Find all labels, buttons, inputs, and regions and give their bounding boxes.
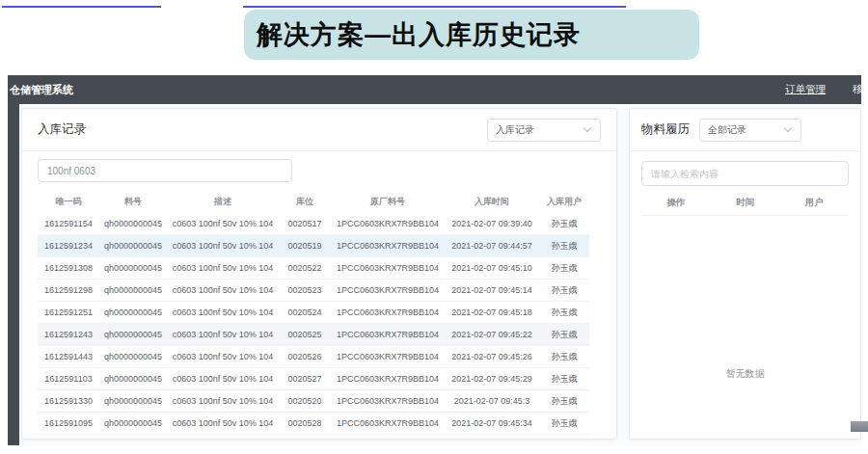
table-row[interactable]: 1612591251qh0000000045c0603 100nf 50v 10…	[38, 302, 589, 324]
table-cell: 1612591330	[38, 396, 99, 406]
table-cell: 1612591308	[38, 263, 99, 273]
history-type-select[interactable]: 全部记录	[699, 119, 801, 142]
table-cell: 0020519	[279, 241, 331, 251]
column-header-time: 时间	[711, 197, 780, 209]
table-row[interactable]: 1612591234qh0000000045c0603 100nf 50v 10…	[38, 235, 589, 257]
app-window: 仓储管理系统 订单管理 移 入库记录 入库记录 唯一码 料号 描	[8, 75, 861, 445]
table-cell: qh0000000045	[99, 219, 167, 228]
table-cell: c0603 100nf 50v 10% 104	[167, 263, 279, 273]
table-cell: 孙玉娥	[539, 218, 589, 230]
table-cell: c0603 100nf 50v 10% 104	[167, 374, 279, 384]
table-cell: c0603 100nf 50v 10% 104	[167, 330, 279, 339]
table-cell: qh0000000045	[99, 241, 167, 251]
table-cell: c0603 100nf 50v 10% 104	[167, 352, 279, 361]
inbound-table-body: 1612591154qh0000000045c0603 100nf 50v 10…	[38, 213, 589, 435]
column-header-description: 描述	[167, 196, 279, 208]
slide-title: 解决方案—出入库历史记录	[257, 17, 581, 52]
inbound-records-panel: 入库记录 入库记录 唯一码 料号 描述 库位 原厂料号 入库时间 入	[21, 108, 617, 440]
table-cell: qh0000000045	[99, 330, 167, 339]
table-cell: c0603 100nf 50v 10% 104	[167, 285, 279, 295]
history-panel-header: 物料履历 全部记录	[630, 109, 860, 151]
table-cell: 2021-02-07 09:39:40	[445, 219, 539, 228]
history-type-select-value: 全部记录	[708, 123, 746, 137]
chevron-down-icon	[583, 125, 592, 134]
table-cell: 2021-02-07 09:45:10	[445, 263, 539, 273]
nav-item-order-management[interactable]: 订单管理	[785, 83, 826, 96]
table-row[interactable]: 1612591095qh0000000045c0603 100nf 50v 10…	[38, 413, 589, 435]
table-cell: 0020517	[279, 219, 331, 228]
app-brand: 仓储管理系统	[10, 83, 73, 97]
table-cell: 0020522	[279, 263, 331, 273]
table-row[interactable]: 1612591103qh0000000045c0603 100nf 50v 10…	[38, 368, 589, 390]
table-cell: 1612591251	[38, 307, 99, 317]
table-row[interactable]: 1612591443qh0000000045c0603 100nf 50v 10…	[38, 346, 589, 368]
nav-item-clipped[interactable]: 移	[853, 83, 861, 96]
table-cell: 0020526	[279, 352, 331, 361]
table-cell: c0603 100nf 50v 10% 104	[167, 219, 279, 228]
table-cell: 2021-02-07 09:44:57	[445, 241, 539, 251]
table-cell: 0020525	[279, 330, 331, 339]
table-cell: 1PCC0603KRX7R9BB104	[331, 352, 445, 361]
table-cell: 0020524	[279, 307, 331, 317]
table-cell: 2021-02-07 09:45:18	[445, 307, 539, 317]
table-cell: qh0000000045	[99, 374, 167, 384]
table-cell: 1612591154	[38, 219, 99, 228]
table-cell: 1PCC0603KRX7R9BB104	[331, 219, 445, 228]
table-cell: 0020520	[279, 396, 331, 406]
table-cell: 0020527	[279, 374, 331, 384]
table-cell: 1612591243	[38, 330, 99, 339]
table-cell: 孙玉娥	[539, 373, 589, 386]
table-row[interactable]: 1612591330qh0000000045c0603 100nf 50v 10…	[38, 390, 589, 413]
table-cell: c0603 100nf 50v 10% 104	[167, 241, 279, 251]
table-cell: 2021-02-07 09:45:29	[445, 374, 539, 384]
table-cell: qh0000000045	[99, 352, 167, 361]
table-row[interactable]: 1612591308qh0000000045c0603 100nf 50v 10…	[38, 257, 589, 280]
history-panel-body: 操作 时间 用户 暂无数据	[630, 151, 860, 439]
record-type-select[interactable]: 入库记录	[487, 119, 601, 142]
table-row[interactable]: 1612591298qh0000000045c0603 100nf 50v 10…	[38, 280, 589, 302]
table-cell: 1PCC0603KRX7R9BB104	[331, 263, 445, 273]
table-cell: 2021-02-07 09:45:14	[445, 285, 539, 295]
table-cell: qh0000000045	[99, 263, 167, 273]
app-header-bar: 仓储管理系统 订单管理 移	[8, 75, 861, 104]
table-cell: qh0000000045	[99, 307, 167, 317]
table-cell: qh0000000045	[99, 418, 167, 428]
column-header-inbound-time: 入库时间	[445, 196, 539, 208]
inbound-panel-title: 入库记录	[38, 121, 86, 138]
table-cell: c0603 100nf 50v 10% 104	[167, 307, 279, 317]
table-cell: 1PCC0603KRX7R9BB104	[331, 418, 445, 428]
history-search-input[interactable]	[641, 161, 849, 186]
table-cell: 1612591443	[38, 352, 99, 361]
table-cell: 1612591298	[38, 285, 99, 295]
table-cell: 2021-02-07 09:45:22	[445, 330, 539, 339]
app-content: 入库记录 入库记录 唯一码 料号 描述 库位 原厂料号 入库时间 入	[19, 104, 861, 445]
table-cell: 1PCC0603KRX7R9BB104	[331, 396, 445, 406]
table-cell: qh0000000045	[99, 285, 167, 295]
table-row[interactable]: 1612591243qh0000000045c0603 100nf 50v 10…	[38, 324, 589, 346]
table-cell: 1PCC0603KRX7R9BB104	[331, 307, 445, 317]
table-cell: 0020523	[279, 285, 331, 295]
table-cell: 孙玉娥	[539, 240, 589, 253]
table-cell: 2021-02-07 09:45:3	[445, 396, 539, 406]
column-header-operation: 操作	[641, 197, 711, 209]
table-cell: 孙玉娥	[539, 351, 589, 363]
slide-title-banner: 解决方案—出入库历史记录	[244, 10, 699, 60]
table-cell: 2021-02-07 09:45:26	[445, 352, 539, 361]
material-history-panel: 物料履历 全部记录 操作 时间 用户 暂无数据	[629, 108, 861, 440]
table-cell: 孙玉娥	[539, 395, 589, 408]
table-cell: 孙玉娥	[539, 262, 589, 275]
table-cell: 孙玉娥	[539, 417, 589, 430]
table-cell: 2021-02-07 09:45:34	[445, 418, 539, 428]
table-cell: 1612591095	[38, 418, 99, 428]
record-type-select-value: 入库记录	[496, 123, 534, 137]
table-cell: 孙玉娥	[539, 284, 589, 297]
table-cell: qh0000000045	[99, 396, 167, 406]
table-cell: 孙玉娥	[539, 307, 589, 319]
empty-state-text: 暂无数据	[726, 367, 765, 381]
inbound-search-input[interactable]	[38, 159, 292, 182]
column-header-inbound-user: 入库用户	[539, 196, 589, 208]
chevron-down-icon	[784, 125, 793, 134]
table-row[interactable]: 1612591154qh0000000045c0603 100nf 50v 10…	[38, 213, 589, 235]
empty-state: 暂无数据	[641, 216, 849, 439]
decorative-line-right	[243, 6, 626, 8]
